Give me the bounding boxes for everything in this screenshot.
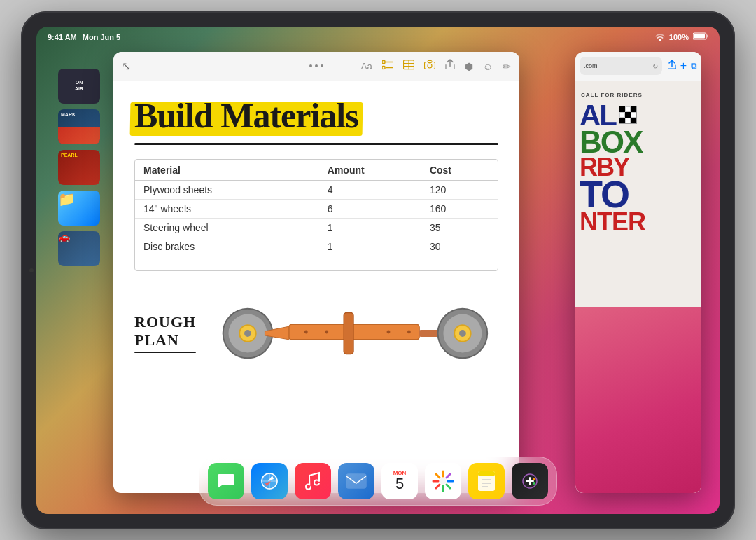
- dock-messages[interactable]: [208, 463, 244, 499]
- date-display: Mon Jun 5: [83, 33, 120, 41]
- format-text-icon[interactable]: Aa: [361, 61, 372, 71]
- multitask-sidebar: ONAIR MARK PEARL 📁 🚗: [55, 62, 104, 455]
- svg-point-37: [440, 478, 447, 485]
- material-cost: 120: [430, 180, 498, 199]
- front-camera: [29, 268, 34, 272]
- svg-rect-22: [419, 330, 440, 337]
- ipad-frame: 9:41 AM Mon Jun 5 100%: [21, 11, 735, 529]
- svg-point-17: [244, 330, 251, 337]
- svg-point-29: [387, 330, 391, 333]
- ipad-screen: 9:41 AM Mon Jun 5 100%: [36, 27, 720, 514]
- status-bar: 9:41 AM Mon Jun 5 100%: [36, 27, 720, 45]
- materials-table: Material Amount Cost Plywood sheets 4 12…: [135, 160, 498, 256]
- table-row: Disc brakes 1 30: [135, 237, 498, 256]
- multitask-thumb-3[interactable]: PEARL: [58, 150, 100, 185]
- table-row: 14" wheels 6 160: [135, 199, 498, 218]
- battery-display: 100%: [669, 33, 689, 41]
- material-cost: 160: [430, 199, 498, 218]
- safari-tabs-icon[interactable]: ⧉: [691, 61, 697, 71]
- toolbar-dot-3: [321, 64, 323, 67]
- material-name: Plywood sheets: [135, 180, 328, 199]
- multitask-thumb-5[interactable]: 🚗: [58, 231, 100, 266]
- svg-rect-35: [346, 474, 366, 488]
- toolbar-dot-1: [309, 64, 312, 67]
- safari-window: .com ↻ + ⧉ CALL FOR RIDERS: [575, 52, 701, 493]
- material-cost: 35: [430, 218, 498, 237]
- notes-window: ⤡ Aa: [113, 52, 519, 493]
- material-name: Disc brakes: [135, 237, 328, 256]
- table-row: Steering wheel 1 35: [135, 218, 498, 237]
- status-left: 9:41 AM Mon Jun 5: [48, 33, 120, 41]
- svg-point-12: [428, 64, 432, 68]
- dock-photos[interactable]: [425, 463, 461, 499]
- material-name: 14" wheels: [135, 199, 328, 218]
- safari-share-icon[interactable]: [668, 60, 676, 72]
- dock-calendar[interactable]: MON 5: [382, 463, 418, 499]
- multitask-thumb-4[interactable]: 📁: [58, 191, 100, 226]
- wifi-icon: [655, 32, 665, 42]
- note-title: Build Materials: [134, 96, 358, 135]
- notes-toolbar: ⤡ Aa: [113, 52, 519, 81]
- time-display: 9:41 AM: [48, 33, 77, 41]
- safari-content: CALL FOR RIDERS AL: [575, 81, 701, 493]
- col-header-material: Material: [135, 160, 328, 180]
- derby-poster: CALL FOR RIDERS AL: [575, 81, 701, 493]
- car-drawing: [210, 288, 498, 379]
- compose-icon[interactable]: ✏: [503, 60, 511, 71]
- svg-point-44: [533, 478, 536, 480]
- share-icon[interactable]: [445, 60, 455, 73]
- calendar-date: 5: [396, 476, 404, 492]
- compress-icon[interactable]: ⤡: [122, 60, 131, 72]
- toolbar-dot-2: [315, 64, 318, 67]
- material-name: Steering wheel: [135, 218, 328, 237]
- col-header-amount: Amount: [328, 160, 430, 180]
- navigation-icon[interactable]: ⬢: [465, 60, 473, 71]
- svg-point-28: [325, 330, 328, 333]
- svg-point-45: [533, 482, 536, 485]
- camera-icon[interactable]: [424, 60, 435, 72]
- table-icon[interactable]: [403, 60, 414, 72]
- dock-safari[interactable]: [251, 463, 288, 499]
- table-row: Plywood sheets 4 120: [135, 180, 498, 199]
- svg-rect-1: [694, 34, 706, 39]
- svg-rect-5: [382, 67, 385, 69]
- dock: MON 5: [199, 457, 557, 506]
- material-amount: 1: [328, 218, 430, 237]
- svg-point-30: [407, 330, 411, 333]
- rough-plan-section: ROUGH PLAN: [134, 288, 498, 379]
- materials-table-container: Material Amount Cost Plywood sheets 4 12…: [134, 159, 498, 271]
- dock-notes[interactable]: [468, 463, 505, 499]
- material-amount: 4: [328, 180, 430, 199]
- svg-rect-2: [707, 35, 708, 38]
- toolbar-handle: [309, 64, 323, 67]
- checklist-icon[interactable]: [382, 60, 393, 72]
- notes-content: Build Materials Material Amount Cost: [113, 81, 519, 493]
- svg-rect-39: [478, 471, 495, 476]
- svg-rect-3: [382, 61, 385, 64]
- dock-music[interactable]: [295, 463, 331, 499]
- material-amount: 1: [328, 237, 430, 256]
- rough-plan-label: ROUGH PLAN: [134, 313, 196, 354]
- safari-url-bar[interactable]: .com ↻: [580, 57, 662, 75]
- safari-add-icon[interactable]: +: [680, 60, 687, 72]
- emoji-icon[interactable]: ☺: [483, 60, 493, 71]
- status-right: 100%: [655, 32, 708, 42]
- reload-icon[interactable]: ↻: [652, 62, 658, 70]
- svg-point-27: [304, 330, 308, 333]
- notes-title-area: Build Materials: [134, 95, 498, 145]
- safari-toolbar: .com ↻ + ⧉: [575, 52, 701, 81]
- svg-point-26: [459, 330, 466, 337]
- multitask-thumb-1[interactable]: ONAIR: [58, 69, 100, 104]
- col-header-cost: Cost: [430, 160, 498, 180]
- dock-arcade[interactable]: [512, 463, 548, 499]
- svg-rect-19: [289, 324, 419, 340]
- material-cost: 30: [430, 237, 498, 256]
- battery-icon: [693, 32, 708, 41]
- url-text: .com: [584, 62, 598, 69]
- dock-mail[interactable]: [338, 463, 374, 499]
- material-amount: 6: [328, 199, 430, 218]
- multitask-thumb-2[interactable]: MARK: [58, 109, 100, 144]
- svg-rect-21: [344, 312, 354, 354]
